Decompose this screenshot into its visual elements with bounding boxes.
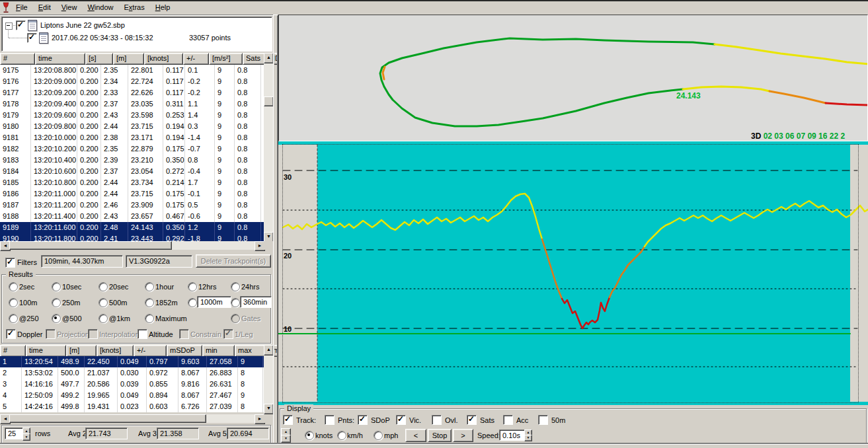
column-header-[interactable]: # xyxy=(0,345,26,357)
constrain-checkbox[interactable] xyxy=(179,329,189,339)
panel-splitter[interactable] xyxy=(273,15,278,445)
radio-1hour[interactable] xyxy=(145,282,154,291)
table-row[interactable]: 213:53:02500.021.0370.0300.9728.06726.88… xyxy=(0,367,264,379)
table-row[interactable]: 918213:20:10.2000.2002.3522.8790.175-0.7… xyxy=(0,143,264,155)
column-header-[interactable]: +/- xyxy=(134,345,167,357)
hscroll-thumb[interactable] xyxy=(9,241,172,250)
radio-custom-time[interactable] xyxy=(231,298,240,307)
rows-count-input[interactable]: 25 xyxy=(5,428,23,439)
track-map[interactable]: 24.143 3D 02 03 06 07 09 16 22 2 xyxy=(278,15,868,141)
table-row[interactable]: 917813:20:09.4000.2002.3723.0350.3111.19… xyxy=(0,98,264,110)
menu-edit[interactable]: Edit xyxy=(33,1,56,15)
vscroll-thumb[interactable] xyxy=(264,96,274,106)
radio-20sec[interactable] xyxy=(99,282,108,291)
table-row[interactable]: 918413:20:10.6000.2002.3723.0540.272-0.4… xyxy=(0,166,264,177)
oneleg-checkbox[interactable] xyxy=(223,329,233,339)
mph-radio[interactable] xyxy=(374,431,383,440)
radio-at500[interactable] xyxy=(52,314,61,323)
altitude-checkbox[interactable] xyxy=(138,329,147,339)
table-row[interactable]: 918613:20:11.0000.2002.4423.7150.175-0.1… xyxy=(0,188,264,200)
table-row[interactable]: 917913:20:09.6000.2002.4323.5980.2531.49… xyxy=(0,110,264,121)
m50-checkbox[interactable] xyxy=(538,415,548,425)
radio-250m[interactable] xyxy=(52,298,61,307)
sdop-checkbox[interactable] xyxy=(358,415,368,425)
menu-help[interactable]: Help xyxy=(150,1,176,15)
table-row[interactable]: 412:50:09499.219.9650.0490.8948.06727.46… xyxy=(0,390,264,401)
column-header-s[interactable]: [s] xyxy=(85,53,113,65)
table-row[interactable]: 918513:20:10.8000.2002.4423.7340.2141.79… xyxy=(0,177,264,188)
radio-1852m[interactable] xyxy=(145,298,154,307)
spin-down-icon[interactable]: ▼ xyxy=(22,433,30,441)
table-row[interactable]: 113:20:54498.922.4500.0490.7979.60327.05… xyxy=(0,356,264,367)
tree-root-label[interactable]: Liptons June 22 gw52.sbp xyxy=(40,21,125,29)
custom-distance-input[interactable]: 1000m xyxy=(197,296,231,308)
radio-maximum[interactable] xyxy=(145,314,154,323)
version-field[interactable]: V1.3G0922a xyxy=(126,255,192,268)
column-header-msdop[interactable]: mSDoP xyxy=(167,345,202,357)
tree-child-label[interactable]: 2017.06.22 05:34:33 - 08:15:32 xyxy=(52,34,153,42)
step-back-button[interactable]: < xyxy=(405,429,426,442)
radio-custom-distance[interactable] xyxy=(188,298,197,307)
projection-checkbox[interactable] xyxy=(46,329,56,339)
scroll-up-icon[interactable]: ▲ xyxy=(264,53,274,63)
table-row[interactable]: 917613:20:09.0000.2002.3422.7240.117-0.2… xyxy=(0,76,264,87)
scroll-up-icon[interactable]: ▲ xyxy=(264,345,274,355)
column-header-m[interactable]: [m] xyxy=(66,345,97,357)
column-header-time[interactable]: time xyxy=(26,345,66,357)
table-row[interactable]: 917513:20:08.8000.2002.3522.8010.1170.19… xyxy=(0,65,264,76)
column-header-sats[interactable]: Sats xyxy=(243,53,266,65)
column-header-ms[interactable]: [m/s²] xyxy=(209,53,243,65)
column-header-m[interactable]: [m] xyxy=(113,53,144,65)
speed-interval-spinner[interactable]: ▲ ▼ xyxy=(524,429,532,441)
delete-trackpoints-button[interactable]: Delete Trackpoint(s) xyxy=(196,254,271,268)
results-table-vscrollbar[interactable]: ▲ ▼ xyxy=(264,345,273,413)
table-row[interactable]: 918913:20:11.6000.2002.4824.1430.3501.29… xyxy=(0,222,264,233)
spin-down-icon[interactable]: ▼ xyxy=(281,435,291,443)
table-row[interactable]: 918013:20:09.8000.2002.4423.7150.1940.39… xyxy=(0,121,264,132)
graph-scroll-spinner[interactable]: ▲ ▼ xyxy=(281,428,291,442)
stop-button[interactable]: Stop xyxy=(428,429,452,442)
radio-12hrs[interactable] xyxy=(188,282,197,291)
table-row[interactable]: 918813:20:11.4000.2002.4323.6570.467-0.6… xyxy=(0,211,264,222)
sats-checkbox[interactable] xyxy=(467,415,477,425)
vic-checkbox[interactable] xyxy=(396,415,406,425)
table-row[interactable]: 919013:20:11.8000.2002.4123.4430.292-1.8… xyxy=(0,233,264,241)
hscroll-thumb[interactable] xyxy=(9,414,206,423)
tree-child-checkbox[interactable] xyxy=(27,33,37,43)
spin-down-icon[interactable]: ▼ xyxy=(524,435,532,441)
speed-interval-input[interactable]: 0.10s xyxy=(499,429,527,441)
scroll-down-icon[interactable]: ▼ xyxy=(264,404,274,414)
track-table-vscrollbar[interactable]: ▲ ▼ xyxy=(264,53,273,241)
rows-count-spinner[interactable]: ▲ ▼ xyxy=(22,428,30,439)
acc-checkbox[interactable] xyxy=(503,415,513,425)
radio-at250[interactable] xyxy=(9,314,18,323)
step-forward-button[interactable]: > xyxy=(453,429,473,442)
menu-window[interactable]: Window xyxy=(82,1,118,15)
radio-gates[interactable] xyxy=(231,314,240,323)
table-row[interactable]: 314:16:16497.720.5860.0390.8559.81626.63… xyxy=(0,379,264,390)
ovl-checkbox[interactable] xyxy=(432,415,442,425)
track-checkbox[interactable] xyxy=(283,415,293,425)
menu-file[interactable]: File xyxy=(11,1,33,15)
radio-100m[interactable] xyxy=(9,298,18,307)
doppler-checkbox[interactable] xyxy=(6,329,16,339)
track-table-hscrollbar[interactable]: ◄ ► xyxy=(0,241,264,250)
kmh-radio[interactable] xyxy=(337,431,346,440)
pnts-checkbox[interactable] xyxy=(325,415,335,425)
radio-10sec[interactable] xyxy=(52,282,61,291)
menu-view[interactable]: View xyxy=(56,1,83,15)
app-icon[interactable] xyxy=(1,2,11,14)
filters-checkbox[interactable] xyxy=(5,258,15,268)
interpolation-checkbox[interactable] xyxy=(88,329,98,339)
column-header-[interactable]: # xyxy=(0,53,35,65)
radio-2sec[interactable] xyxy=(9,282,18,291)
column-header-knots[interactable]: [knots] xyxy=(97,345,134,357)
column-header-knots[interactable]: [knots] xyxy=(144,53,183,65)
table-row[interactable]: 918113:20:10.0000.2002.3823.1710.194-1.4… xyxy=(0,132,264,143)
table-row[interactable]: 918713:20:11.2000.2002.4623.9090.1750.59… xyxy=(0,200,264,211)
column-header-[interactable]: +/- xyxy=(183,53,209,65)
column-header-min[interactable]: min xyxy=(202,345,235,357)
custom-time-input[interactable]: 360min xyxy=(240,296,272,308)
tree-expander[interactable] xyxy=(5,22,13,30)
results-table-hscrollbar[interactable]: ◄ ► xyxy=(0,414,264,423)
